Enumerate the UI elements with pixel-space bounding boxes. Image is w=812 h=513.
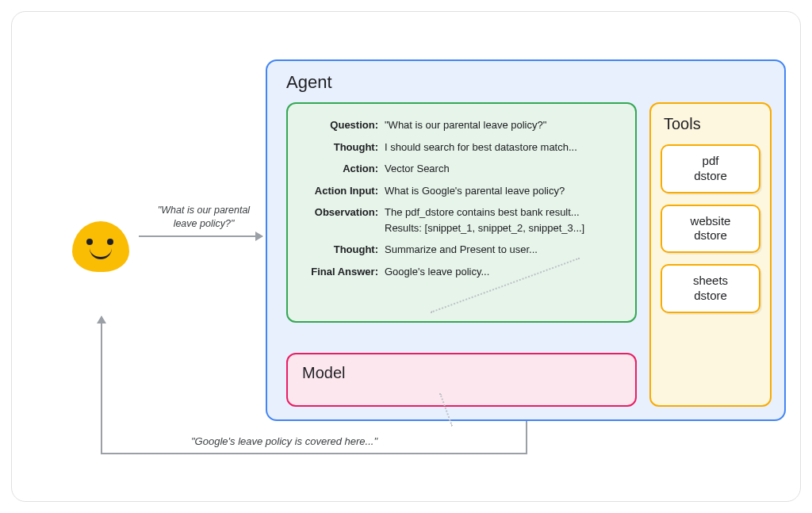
reason-value-line1: The pdf_dstore contains best bank result… [385,206,580,218]
model-title: Model [302,364,621,382]
reason-row-action: Action: Vector Search [301,162,622,176]
reason-label: Observation: [301,205,385,235]
tool-pdf-dstore: pdf dstore [661,144,760,193]
arrow-agent-to-user-segment [526,421,527,454]
model-panel: Model [286,353,637,407]
reason-value: "What is our parental leave policy?" [385,118,622,132]
reason-label: Action Input: [301,184,385,198]
reason-row-final-answer: Final Answer: Google's leave policy... [301,265,622,279]
reason-value: Google's leave policy... [385,265,622,279]
tool-website-dstore: website dstore [661,205,760,254]
user-query-text: "What is our parental leave policy?" [151,204,256,231]
arrow-agent-to-user-segment [101,453,527,454]
tool-label-line1: sheets [693,274,728,287]
reason-value-line2: Results: [snippet_1, snippet_2, snippet_… [385,221,622,235]
diagram-frame: "What is our parental leave policy?" Age… [11,11,801,502]
reason-row-observation: Observation: The pdf_dstore contains bes… [301,205,622,235]
reason-row-thought-2: Thought: Summarize and Present to user..… [301,243,622,257]
tool-label-line1: pdf [703,154,719,167]
agent-container: Agent Question: "What is our parental le… [266,59,786,421]
tool-label-line2: dstore [694,228,727,242]
tools-panel: Tools pdf dstore website dstore sheets d… [649,102,772,407]
reason-value: What is Google's parental leave policy? [385,184,622,198]
arrow-user-to-agent [139,235,262,237]
reason-label: Thought: [301,243,385,257]
reason-value: The pdf_dstore contains best bank result… [385,205,622,235]
reason-row-action-input: Action Input: What is Google's parental … [301,184,622,198]
agent-response-text: "Google's leave policy is covered here..… [188,435,381,447]
reason-row-thought: Thought: I should search for best datast… [301,140,622,155]
reason-row-question: Question: "What is our parental leave po… [301,118,622,132]
tool-sheets-dstore: sheets dstore [661,264,760,313]
tool-label-line1: website [691,214,731,228]
agent-title: Agent [286,72,770,93]
arrow-agent-to-user-segment [101,316,102,454]
reasoning-panel: Question: "What is our parental leave po… [286,102,637,323]
tools-title: Tools [664,115,760,133]
user-avatar [72,218,129,275]
reason-label: Question: [301,118,385,132]
reason-value: Summarize and Present to user... [385,243,622,257]
tool-label-line2: dstore [694,169,727,182]
reason-label: Final Answer: [301,265,385,279]
reason-label: Action: [301,162,385,176]
reason-value: I should search for best datastore match… [385,140,622,155]
reason-value: Vector Search [385,162,622,176]
reason-label: Thought: [301,140,385,155]
tool-label-line2: dstore [694,289,727,302]
